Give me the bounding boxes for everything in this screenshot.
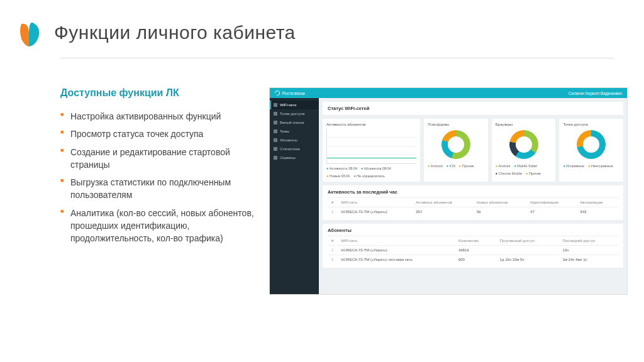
bullet-item: Просмотр статуса точек доступа — [60, 128, 255, 140]
access-points-legend: Исправные Неисправные — [563, 164, 619, 168]
td: 47 — [526, 207, 576, 217]
td: 600 — [455, 255, 496, 265]
th: WiFi-сеть — [337, 236, 455, 246]
bullet-item: Создание и редактирование стартовой стра… — [60, 146, 255, 172]
legend-item: Прочие — [526, 172, 541, 175]
td: 357 — [412, 207, 473, 217]
sidebar-item-label: Абоненты — [280, 138, 297, 142]
activity-chart-box: Активность абонентов Активность 08:04 Аб… — [323, 119, 420, 182]
table-header-row: # WiFi-сеть Количество Полученный доступ… — [328, 236, 618, 246]
sidebar-item-label: Темы — [280, 129, 289, 133]
td: 1 — [328, 207, 337, 217]
platforms-legend: Android iOS Прочие — [428, 164, 484, 168]
stats-icon — [274, 147, 277, 151]
th: # — [328, 198, 337, 207]
users-icon — [274, 138, 277, 142]
browsers-chart-box: Браузеры Android Mobile Safari Chrome Mo… — [492, 119, 556, 182]
sidebar-item-whitelist[interactable]: Белый список — [270, 118, 319, 127]
bullet-list: Настройка активированных функций Просмот… — [60, 110, 255, 245]
sidebar-item-themes[interactable]: Темы — [270, 127, 319, 136]
legend-item: iOS — [447, 164, 455, 168]
access-points-chart-box: Точки доступа Исправные Неисправные — [559, 119, 623, 182]
sidebar-item-wifi[interactable]: WiFi-сети — [270, 101, 319, 109]
hour-activity-title: Активность за последний час — [328, 189, 618, 195]
td: 56 — [473, 207, 526, 217]
brand-label: Ростелеком — [282, 91, 305, 96]
th: Идентификация — [526, 198, 576, 207]
th: Новых абонентов — [473, 198, 526, 207]
brand-mark-icon — [274, 89, 280, 96]
legend-item: Активность 08:04 — [326, 167, 357, 170]
chart-title: Активность абонентов — [326, 123, 416, 126]
legend-item: Абонентов 08:04 — [361, 167, 391, 170]
legend-item: Исправные — [563, 164, 584, 168]
subscribers-panel: Абоненты # WiFi-сеть Количество Полученн… — [323, 224, 623, 268]
dashboard-topbar: Ростелеком Силагин Кирилл Вадимович — [270, 88, 627, 98]
th: Полученный доступ — [496, 236, 559, 246]
rostelecom-logo-icon — [18, 18, 40, 48]
wifi-icon — [274, 103, 277, 107]
th: # — [328, 236, 337, 246]
access-points-donut-chart — [577, 130, 606, 159]
platforms-chart-box: Платформы Android iOS Прочие — [424, 119, 488, 182]
td: 2 — [328, 255, 337, 265]
td: HORECA-72-TM («Укроп») — [337, 246, 455, 255]
section-title: Доступные функции ЛК — [60, 87, 255, 99]
slide-title: Функции личного кабинета — [54, 22, 296, 43]
sidebar-item-subscribers[interactable]: Абоненты — [270, 136, 319, 145]
chart-title: Точки доступа — [563, 123, 619, 126]
status-title: Статус WiFi-сетей — [328, 106, 618, 111]
sidebar-item-stats[interactable]: Статистика — [270, 145, 319, 153]
table-row: 1 HORECA-72-TM («Укроп») 42819 13ч — [328, 246, 618, 255]
td: 1д 16ч 10м 5с — [496, 255, 559, 265]
th: Количество — [455, 236, 496, 246]
th: Активных абонентов — [412, 198, 473, 207]
sidebar-item-label: WiFi-сети — [280, 103, 296, 107]
bullet-item: Выгрузка статистики по подключенным поль… — [60, 176, 255, 202]
legend-item: Chrome Mobile — [496, 172, 522, 175]
subscribers-table: # WiFi-сеть Количество Полученный доступ… — [328, 236, 618, 264]
chart-title: Платформы — [428, 123, 484, 126]
brand: Ростелеком — [275, 90, 305, 96]
slide-body: Доступные функции ЛК Настройка активиров… — [0, 58, 644, 295]
td — [496, 246, 559, 255]
slide-header: Функции личного кабинета — [0, 0, 644, 55]
legend-item: Прочие — [459, 164, 474, 168]
platforms-donut-chart — [441, 130, 470, 159]
table-row: 1 HORECA-72-TM («Укроп») 357 56 47 343 — [328, 207, 618, 217]
dashboard-screenshot: Ростелеком Силагин Кирилл Вадимович WiFi… — [269, 87, 628, 295]
td: 2м 24с 4мс 1с — [559, 255, 618, 265]
hour-activity-panel: Активность за последний час # WiFi-сеть … — [323, 185, 623, 220]
legend-item: Mobile Safari — [514, 164, 537, 168]
user-name: Силагин Кирилл Вадимович — [569, 91, 622, 96]
bullet-item: Аналитика (кол-во сессий, новых абоненто… — [60, 207, 255, 245]
legend-item: Новые 08:04 — [326, 174, 350, 178]
theme-icon — [274, 129, 277, 133]
ap-icon — [274, 112, 277, 116]
table-header-row: # WiFi-сеть Активных абонентов Новых або… — [328, 198, 618, 207]
td: 13ч — [559, 246, 618, 255]
table-row: 2 HORECA-72-TM («Укроп») тестовая сеть 6… — [328, 255, 618, 265]
bullet-item: Настройка активированных функций — [60, 110, 255, 123]
status-header-panel: Статус WiFi-сетей — [323, 102, 623, 115]
left-column: Доступные функции ЛК Настройка активиров… — [60, 87, 255, 295]
subscribers-title: Абоненты — [328, 228, 618, 233]
sidebar-item-label: Сервисы — [280, 156, 296, 160]
legend-item: Android — [496, 164, 511, 168]
browsers-donut-chart — [509, 130, 538, 159]
status-charts-row: Активность абонентов Активность 08:04 Аб… — [323, 119, 623, 182]
hour-activity-table: # WiFi-сеть Активных абонентов Новых або… — [328, 197, 618, 216]
sidebar-item-label: Точки доступа — [280, 112, 304, 116]
td: HORECA-72-TM («Укроп») тестовая сеть — [337, 255, 455, 265]
td: 343 — [576, 207, 618, 217]
td: 42819 — [455, 246, 496, 255]
th: Авторизация — [576, 198, 618, 207]
chart-title: Браузеры — [496, 123, 552, 126]
dashboard-sidebar: WiFi-сети Точки доступа Белый список Тем… — [270, 98, 319, 294]
sidebar-item-services[interactable]: Сервисы — [270, 153, 319, 162]
dashboard-main: Статус WiFi-сетей Активность абонентов А… — [319, 98, 627, 294]
td: HORECA-72-TM («Укроп») — [337, 207, 412, 217]
browsers-legend: Android Mobile Safari Chrome Mobile Проч… — [496, 164, 552, 175]
sidebar-item-access-points[interactable]: Точки доступа — [270, 109, 319, 118]
legend-item: Неисправные — [588, 164, 613, 168]
